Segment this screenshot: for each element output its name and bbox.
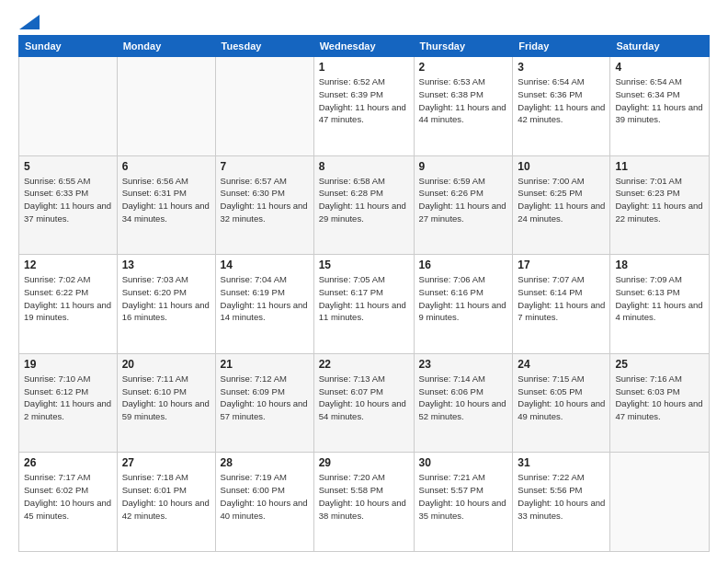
- calendar-header-row: SundayMondayTuesdayWednesdayThursdayFrid…: [19, 36, 710, 57]
- day-info: Sunrise: 6:52 AM Sunset: 6:39 PM Dayligh…: [319, 75, 409, 126]
- calendar-header-friday: Friday: [513, 36, 610, 57]
- day-number: 30: [419, 456, 508, 469]
- calendar-cell: 14Sunrise: 7:04 AM Sunset: 6:19 PM Dayli…: [215, 255, 313, 354]
- page: SundayMondayTuesdayWednesdayThursdayFrid…: [0, 0, 728, 563]
- day-info: Sunrise: 6:55 AM Sunset: 6:33 PM Dayligh…: [24, 175, 112, 225]
- day-number: 24: [518, 358, 605, 371]
- day-number: 1: [319, 61, 409, 74]
- day-number: 28: [221, 456, 309, 469]
- logo: [18, 15, 40, 26]
- calendar-cell: 3Sunrise: 6:54 AM Sunset: 6:36 PM Daylig…: [513, 57, 610, 156]
- day-info: Sunrise: 7:19 AM Sunset: 6:00 PM Dayligh…: [221, 471, 309, 522]
- day-info: Sunrise: 7:21 AM Sunset: 5:57 PM Dayligh…: [419, 471, 508, 522]
- day-number: 27: [122, 456, 210, 469]
- day-info: Sunrise: 7:01 AM Sunset: 6:23 PM Dayligh…: [615, 175, 704, 225]
- day-number: 20: [122, 358, 210, 371]
- calendar-cell: [610, 453, 710, 552]
- calendar-cell: 8Sunrise: 6:58 AM Sunset: 6:28 PM Daylig…: [313, 155, 414, 255]
- day-info: Sunrise: 7:13 AM Sunset: 6:07 PM Dayligh…: [319, 373, 409, 423]
- calendar-cell: 16Sunrise: 7:06 AM Sunset: 6:16 PM Dayli…: [414, 255, 513, 354]
- day-info: Sunrise: 7:14 AM Sunset: 6:06 PM Dayligh…: [419, 373, 508, 423]
- calendar-cell: 22Sunrise: 7:13 AM Sunset: 6:07 PM Dayli…: [313, 353, 414, 453]
- calendar-week-row: 19Sunrise: 7:10 AM Sunset: 6:12 PM Dayli…: [19, 353, 710, 453]
- calendar-week-row: 26Sunrise: 7:17 AM Sunset: 6:02 PM Dayli…: [19, 453, 710, 552]
- day-number: 23: [419, 358, 508, 371]
- day-info: Sunrise: 6:53 AM Sunset: 6:38 PM Dayligh…: [419, 75, 508, 126]
- calendar-cell: 13Sunrise: 7:03 AM Sunset: 6:20 PM Dayli…: [117, 255, 215, 354]
- day-number: 22: [319, 358, 409, 371]
- calendar-week-row: 5Sunrise: 6:55 AM Sunset: 6:33 PM Daylig…: [19, 155, 710, 255]
- day-info: Sunrise: 6:54 AM Sunset: 6:36 PM Dayligh…: [518, 75, 605, 126]
- day-number: 2: [419, 61, 508, 74]
- calendar-week-row: 12Sunrise: 7:02 AM Sunset: 6:22 PM Dayli…: [19, 255, 710, 354]
- day-info: Sunrise: 7:09 AM Sunset: 6:13 PM Dayligh…: [615, 273, 704, 324]
- calendar-week-row: 1Sunrise: 6:52 AM Sunset: 6:39 PM Daylig…: [19, 57, 710, 156]
- day-info: Sunrise: 6:57 AM Sunset: 6:30 PM Dayligh…: [221, 175, 309, 225]
- calendar-cell: 5Sunrise: 6:55 AM Sunset: 6:33 PM Daylig…: [19, 155, 118, 255]
- calendar-header-tuesday: Tuesday: [215, 36, 313, 57]
- calendar-cell: 25Sunrise: 7:16 AM Sunset: 6:03 PM Dayli…: [610, 353, 710, 453]
- calendar-cell: 11Sunrise: 7:01 AM Sunset: 6:23 PM Dayli…: [610, 155, 710, 255]
- day-info: Sunrise: 6:56 AM Sunset: 6:31 PM Dayligh…: [122, 175, 210, 225]
- header: [18, 15, 710, 26]
- calendar-header-wednesday: Wednesday: [313, 36, 414, 57]
- calendar-cell: 24Sunrise: 7:15 AM Sunset: 6:05 PM Dayli…: [513, 353, 610, 453]
- calendar-header-monday: Monday: [117, 36, 215, 57]
- day-info: Sunrise: 7:07 AM Sunset: 6:14 PM Dayligh…: [518, 273, 605, 324]
- calendar-cell: 2Sunrise: 6:53 AM Sunset: 6:38 PM Daylig…: [414, 57, 513, 156]
- day-number: 4: [615, 61, 704, 74]
- day-info: Sunrise: 7:20 AM Sunset: 5:58 PM Dayligh…: [319, 471, 409, 522]
- day-info: Sunrise: 7:04 AM Sunset: 6:19 PM Dayligh…: [221, 273, 309, 324]
- day-number: 26: [24, 456, 112, 469]
- day-number: 29: [319, 456, 409, 469]
- calendar-cell: 4Sunrise: 6:54 AM Sunset: 6:34 PM Daylig…: [610, 57, 710, 156]
- calendar-cell: 21Sunrise: 7:12 AM Sunset: 6:09 PM Dayli…: [215, 353, 313, 453]
- day-number: 16: [419, 259, 508, 271]
- calendar-cell: [117, 57, 215, 156]
- day-info: Sunrise: 7:16 AM Sunset: 6:03 PM Dayligh…: [615, 373, 704, 423]
- day-number: 25: [615, 358, 704, 371]
- day-info: Sunrise: 7:18 AM Sunset: 6:01 PM Dayligh…: [122, 471, 210, 522]
- calendar-cell: 30Sunrise: 7:21 AM Sunset: 5:57 PM Dayli…: [414, 453, 513, 552]
- calendar-cell: 15Sunrise: 7:05 AM Sunset: 6:17 PM Dayli…: [313, 255, 414, 354]
- day-number: 7: [221, 160, 309, 173]
- calendar-cell: 6Sunrise: 6:56 AM Sunset: 6:31 PM Daylig…: [117, 155, 215, 255]
- calendar-cell: 12Sunrise: 7:02 AM Sunset: 6:22 PM Dayli…: [19, 255, 118, 354]
- day-number: 9: [419, 160, 508, 173]
- day-number: 3: [518, 61, 605, 74]
- day-info: Sunrise: 7:11 AM Sunset: 6:10 PM Dayligh…: [122, 373, 210, 423]
- day-number: 21: [221, 358, 309, 371]
- day-number: 6: [122, 160, 210, 173]
- calendar-header-saturday: Saturday: [610, 36, 710, 57]
- calendar-cell: 28Sunrise: 7:19 AM Sunset: 6:00 PM Dayli…: [215, 453, 313, 552]
- day-info: Sunrise: 7:05 AM Sunset: 6:17 PM Dayligh…: [319, 273, 409, 324]
- svg-marker-0: [19, 15, 40, 29]
- day-number: 15: [319, 259, 409, 271]
- day-info: Sunrise: 7:10 AM Sunset: 6:12 PM Dayligh…: [24, 373, 112, 423]
- calendar-cell: 29Sunrise: 7:20 AM Sunset: 5:58 PM Dayli…: [313, 453, 414, 552]
- day-number: 19: [24, 358, 112, 371]
- day-number: 5: [24, 160, 112, 173]
- calendar-cell: 9Sunrise: 6:59 AM Sunset: 6:26 PM Daylig…: [414, 155, 513, 255]
- calendar-cell: 19Sunrise: 7:10 AM Sunset: 6:12 PM Dayli…: [19, 353, 118, 453]
- calendar-cell: 23Sunrise: 7:14 AM Sunset: 6:06 PM Dayli…: [414, 353, 513, 453]
- calendar-header-sunday: Sunday: [19, 36, 118, 57]
- calendar-header-thursday: Thursday: [414, 36, 513, 57]
- day-info: Sunrise: 6:58 AM Sunset: 6:28 PM Dayligh…: [319, 175, 409, 225]
- calendar-table: SundayMondayTuesdayWednesdayThursdayFrid…: [18, 35, 710, 552]
- logo-icon: [19, 15, 40, 29]
- calendar-cell: [19, 57, 118, 156]
- day-info: Sunrise: 6:54 AM Sunset: 6:34 PM Dayligh…: [615, 75, 704, 126]
- day-number: 10: [518, 160, 605, 173]
- calendar-cell: 10Sunrise: 7:00 AM Sunset: 6:25 PM Dayli…: [513, 155, 610, 255]
- day-number: 31: [518, 456, 605, 469]
- day-info: Sunrise: 7:03 AM Sunset: 6:20 PM Dayligh…: [122, 273, 210, 324]
- day-number: 17: [518, 259, 605, 271]
- day-info: Sunrise: 7:00 AM Sunset: 6:25 PM Dayligh…: [518, 175, 605, 225]
- day-info: Sunrise: 7:02 AM Sunset: 6:22 PM Dayligh…: [24, 273, 112, 324]
- day-number: 13: [122, 259, 210, 271]
- day-number: 14: [221, 259, 309, 271]
- calendar-cell: 18Sunrise: 7:09 AM Sunset: 6:13 PM Dayli…: [610, 255, 710, 354]
- day-info: Sunrise: 7:22 AM Sunset: 5:56 PM Dayligh…: [518, 471, 605, 522]
- calendar-cell: 7Sunrise: 6:57 AM Sunset: 6:30 PM Daylig…: [215, 155, 313, 255]
